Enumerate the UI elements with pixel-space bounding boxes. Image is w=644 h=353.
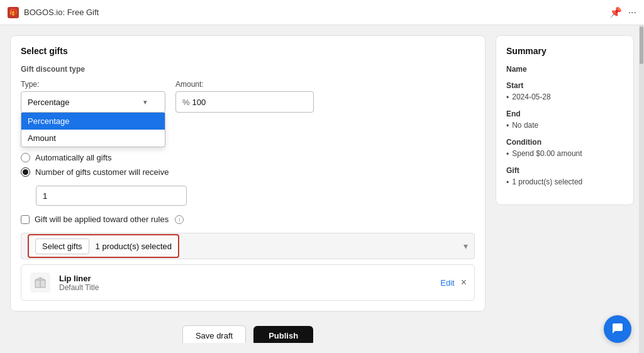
publish-button[interactable]: Publish bbox=[253, 326, 313, 343]
top-bar: 🎁 BOGOS.io: Free Gift 📌 ··· bbox=[0, 0, 644, 25]
summary-title: Summary bbox=[506, 46, 623, 56]
select-gifts-card: Select gifts Gift discount type Type: Pe… bbox=[10, 35, 486, 311]
summary-end-label: End bbox=[506, 109, 623, 118]
radio-number-label: Number of gifts customer will receive bbox=[35, 167, 169, 177]
pin-icon[interactable]: 📌 bbox=[609, 6, 622, 18]
radio-group: Automatically all gifts Number of gifts … bbox=[21, 153, 475, 177]
product-name: Lip liner bbox=[59, 274, 433, 283]
summary-name-label: Name bbox=[506, 65, 623, 74]
end-bullet: • bbox=[506, 121, 509, 130]
amount-form-group: Amount: % bbox=[175, 80, 314, 113]
type-label: Type: bbox=[21, 80, 165, 89]
radio-number: Number of gifts customer will receive bbox=[21, 167, 475, 177]
scrollable-main: Select gifts Gift discount type Type: Pe… bbox=[0, 25, 644, 353]
app-title: BOGOS.io: Free Gift bbox=[24, 8, 99, 17]
dropdown-item-percentage[interactable]: Percentage bbox=[21, 113, 165, 130]
product-remove-button[interactable]: × bbox=[461, 277, 467, 288]
summary-condition-label: Condition bbox=[506, 138, 623, 147]
summary-gift-section: Gift • 1 product(s) selected bbox=[506, 166, 623, 187]
summary-gift-label: Gift bbox=[506, 166, 623, 175]
type-chevron-icon: ▾ bbox=[143, 98, 147, 106]
info-icon[interactable]: i bbox=[175, 215, 184, 224]
condition-bullet: • bbox=[506, 150, 509, 159]
chat-button[interactable] bbox=[604, 315, 631, 343]
radio-auto-input[interactable] bbox=[21, 153, 30, 162]
start-bullet: • bbox=[506, 93, 509, 102]
summary-end-value: • No date bbox=[506, 121, 623, 130]
product-edit-link[interactable]: Edit bbox=[440, 278, 454, 288]
more-icon[interactable]: ··· bbox=[628, 7, 636, 18]
scrollbar[interactable] bbox=[639, 25, 644, 353]
checkbox-row: Gift will be applied toward other rules … bbox=[21, 215, 475, 224]
amount-input-group: % bbox=[175, 91, 314, 113]
summary-start-value: • 2024-05-28 bbox=[506, 92, 623, 102]
product-info: Lip liner Default Title bbox=[59, 274, 433, 292]
content-area: Select gifts Gift discount type Type: Pe… bbox=[0, 25, 644, 353]
amount-input[interactable] bbox=[192, 98, 307, 107]
radio-number-input[interactable] bbox=[21, 167, 30, 177]
product-actions: Edit × bbox=[440, 277, 467, 288]
products-selected-text: 1 product(s) selected bbox=[96, 242, 172, 251]
number-of-gifts-input[interactable] bbox=[36, 186, 187, 206]
type-dropdown-menu: Percentage Amount bbox=[21, 113, 165, 147]
gift-discount-label: Gift discount type bbox=[21, 65, 475, 74]
save-draft-button[interactable]: Save draft bbox=[182, 325, 246, 343]
checkbox-label: Gift will be applied toward other rules bbox=[35, 215, 169, 224]
product-item: Lip liner Default Title Edit × bbox=[21, 264, 475, 301]
type-form-group: Type: Percentage ▾ Percentage Amount bbox=[21, 80, 165, 113]
type-amount-row: Type: Percentage ▾ Percentage Amount bbox=[21, 80, 475, 113]
product-variant: Default Title bbox=[59, 283, 433, 292]
bottom-toolbar: Save draft Publish bbox=[10, 319, 486, 343]
gift-applied-checkbox[interactable] bbox=[21, 215, 30, 224]
type-select-wrapper: Percentage ▾ Percentage Amount bbox=[21, 91, 165, 113]
top-bar-icons: 📌 ··· bbox=[609, 6, 636, 18]
radio-auto-label: Automatically all gifts bbox=[35, 153, 111, 162]
amount-prefix: % bbox=[182, 98, 190, 107]
summary-card: Summary Name Start • 2024-05-28 End • No bbox=[496, 35, 634, 205]
summary-start-section: Start • 2024-05-28 bbox=[506, 81, 623, 102]
dropdown-item-amount[interactable]: Amount bbox=[21, 130, 165, 147]
summary-condition-value: • Spend $0.00 amount bbox=[506, 149, 623, 159]
product-icon bbox=[29, 271, 52, 294]
type-selected-value: Percentage bbox=[28, 98, 70, 107]
summary-end-section: End • No date bbox=[506, 109, 623, 130]
gift-bullet: • bbox=[506, 178, 509, 187]
summary-gift-value: • 1 product(s) selected bbox=[506, 177, 623, 187]
type-select[interactable]: Percentage ▾ bbox=[21, 91, 165, 113]
summary-start-label: Start bbox=[506, 81, 623, 90]
summary-name-section: Name bbox=[506, 65, 623, 74]
scroll-thumb[interactable] bbox=[640, 26, 643, 64]
summary-condition-section: Condition • Spend $0.00 amount bbox=[506, 138, 623, 159]
select-gifts-bar[interactable]: Select gifts 1 product(s) selected bbox=[28, 234, 179, 258]
bar-chevron-icon: ▾ bbox=[464, 241, 468, 251]
app-icon: 🎁 bbox=[8, 7, 19, 18]
radio-auto: Automatically all gifts bbox=[21, 153, 475, 162]
left-panel: Select gifts Gift discount type Type: Pe… bbox=[10, 35, 486, 343]
select-gifts-bar-outer[interactable]: Select gifts 1 product(s) selected ▾ bbox=[21, 233, 475, 259]
card-title: Select gifts bbox=[21, 46, 475, 56]
amount-label: Amount: bbox=[175, 80, 314, 89]
select-gifts-button[interactable]: Select gifts bbox=[35, 238, 89, 254]
